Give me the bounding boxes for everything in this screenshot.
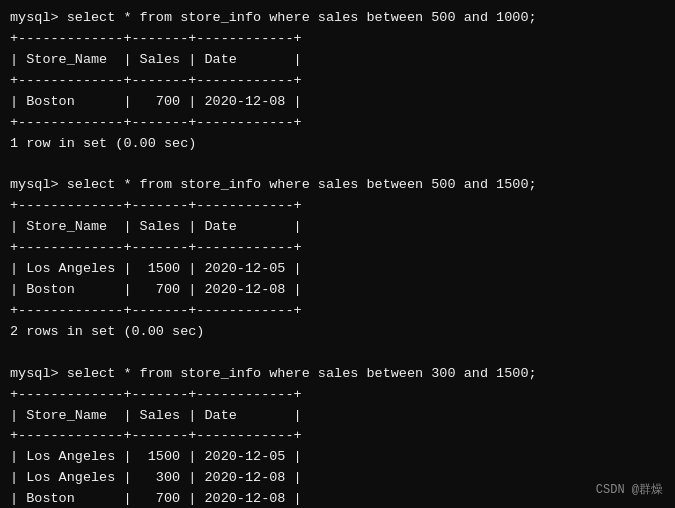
terminal-output: mysql> select * from store_info where sa… [0,0,675,508]
watermark: CSDN @群燥 [596,481,663,498]
